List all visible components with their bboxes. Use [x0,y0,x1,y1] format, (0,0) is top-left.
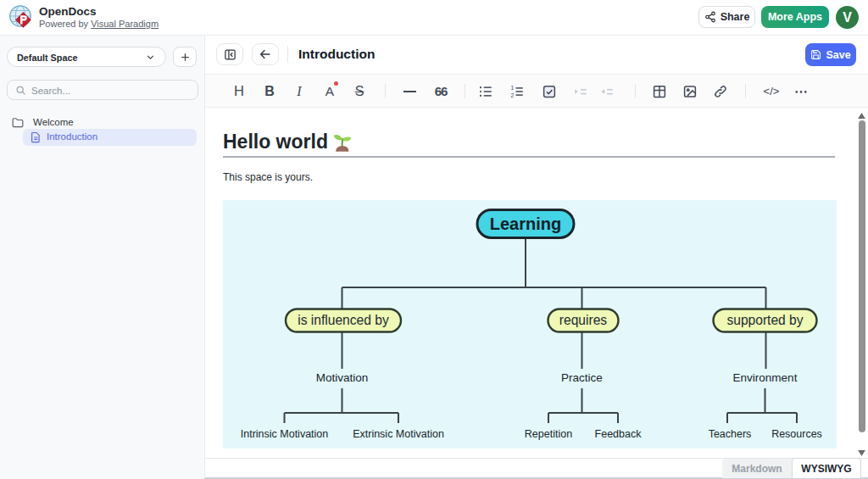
svg-text:Environment: Environment [733,371,798,384]
svg-text:Feedback: Feedback [595,428,643,440]
svg-text:Learning: Learning [490,214,561,233]
svg-text:Repetition: Repetition [525,428,572,440]
svg-text:2: 2 [511,92,515,97]
svg-text:Motivation: Motivation [316,371,369,384]
svg-text:Intrinsic Motivation: Intrinsic Motivation [241,428,329,440]
svg-text:Teachers: Teachers [709,428,752,440]
svg-text:is influenced by: is influenced by [298,313,389,327]
svg-text:Extrinsic Motivation: Extrinsic Motivation [353,428,444,440]
svg-text:requires: requires [559,313,608,327]
svg-text:Practice: Practice [561,371,603,384]
svg-text:1: 1 [511,84,515,90]
svg-text:supported by: supported by [726,313,803,327]
svg-text:Resources: Resources [771,428,822,440]
